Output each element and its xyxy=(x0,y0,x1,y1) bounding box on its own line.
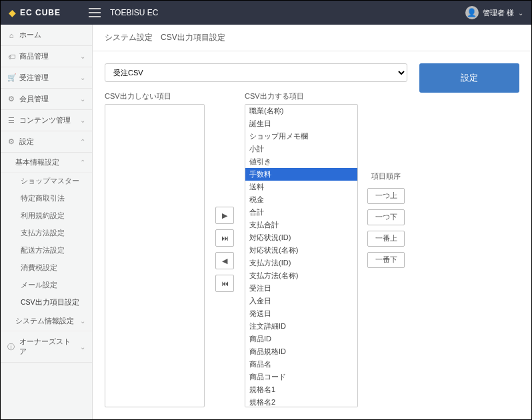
sidebar-item[interactable]: 🏷商品管理⌄ xyxy=(1,46,92,67)
sidebar-leaf[interactable]: ショップマスター xyxy=(1,173,92,190)
sidebar-item[interactable]: ⚙会員管理⌄ xyxy=(1,89,92,110)
list-item[interactable]: 入金日 xyxy=(245,295,357,307)
save-button[interactable]: 設定 xyxy=(419,63,519,93)
sidebar-leaf[interactable]: 消費税設定 xyxy=(1,259,92,277)
breadcrumb: システム設定 CSV出力項目設定 xyxy=(93,25,531,51)
list-item[interactable]: 商品ID xyxy=(245,333,357,345)
logo-text: EC CUBE xyxy=(20,8,61,17)
side-panel: 設定 xyxy=(419,63,519,407)
list-item[interactable]: 小計 xyxy=(245,143,357,155)
sidebar-item-label: ホーム xyxy=(19,30,41,40)
list-item[interactable]: 注文詳細ID xyxy=(245,320,357,333)
list-item[interactable]: 規格名2 xyxy=(245,396,357,407)
list-item[interactable]: 誕生日 xyxy=(245,117,357,130)
sidebar-leaf[interactable]: 特定商取引法 xyxy=(1,190,92,207)
chevron-icon: ⌄ xyxy=(80,117,85,124)
logo-cube-icon: ◆ xyxy=(9,7,16,18)
sidebar-item-owners[interactable]: ⓘ オーナーズストア ⌄ xyxy=(1,331,92,363)
list-item[interactable]: 発送日 xyxy=(245,307,357,320)
list-item[interactable]: 職業(名称) xyxy=(245,105,357,117)
hamburger-icon[interactable] xyxy=(89,8,101,17)
sidebar-item-label: 設定 xyxy=(19,137,34,147)
move-all-left-button[interactable]: ⏮ xyxy=(215,275,234,292)
right-list-label: CSV出力する項目 xyxy=(245,91,358,101)
order-bottom-button[interactable]: 一番下 xyxy=(367,252,405,268)
avatar-icon: 👤 xyxy=(465,6,479,19)
crumb-1: システム設定 xyxy=(105,32,153,43)
user-label: 管理者 様 xyxy=(483,8,514,18)
chevron-icon: ⌄ xyxy=(80,95,85,103)
sidebar-item[interactable]: ⌂ホーム xyxy=(1,25,92,46)
sidebar-sub-system[interactable]: システム情報設定 ⌄ xyxy=(1,311,92,331)
order-up-button[interactable]: 一つ上 xyxy=(367,188,405,204)
sidebar-item-label: オーナーズストア xyxy=(19,337,76,357)
crumb-2: CSV出力項目設定 xyxy=(161,32,225,43)
list-item[interactable]: 受注日 xyxy=(245,282,357,295)
logo: ◆ EC CUBE xyxy=(9,7,89,18)
sidebar-item-icon: 🛒 xyxy=(7,73,15,82)
sidebar-item-icon: ⚙ xyxy=(7,95,15,103)
order-down-button[interactable]: 一つ下 xyxy=(367,209,405,225)
sidebar-item-label: 受注管理 xyxy=(19,73,49,83)
list-item[interactable]: 税金 xyxy=(245,193,357,206)
sidebar-item[interactable]: ☰コンテンツ管理⌄ xyxy=(1,110,92,131)
sidebar-item-icon: ⌂ xyxy=(7,31,15,39)
main: システム設定 CSV出力項目設定 受注CSV CSV出力しない項目 xyxy=(93,25,531,419)
sidebar-item-label: 会員管理 xyxy=(19,94,49,104)
list-item[interactable]: 支払合計 xyxy=(245,219,357,231)
right-listbox[interactable]: 職業(名称)誕生日ショップ用メモ欄小計値引き手数料送料税金合計支払合計対応状況(… xyxy=(245,104,358,407)
chevron-icon: ⌄ xyxy=(80,53,85,60)
list-item[interactable]: 値引き xyxy=(245,155,357,168)
list-item[interactable]: 手数料 xyxy=(245,168,357,181)
list-item[interactable]: 支払方法(名称) xyxy=(245,269,357,282)
sidebar-leaf[interactable]: 利用規約設定 xyxy=(1,207,92,225)
sidebar-item-icon: ☰ xyxy=(7,116,15,125)
sidebar-leaf[interactable]: メール設定 xyxy=(1,277,92,294)
sidebar-item[interactable]: 🛒受注管理⌄ xyxy=(1,67,92,89)
sidebar-leaf[interactable]: 支払方法設定 xyxy=(1,225,92,242)
chevron-up-icon: ⌃ xyxy=(80,159,85,166)
sidebar-item-label: 商品管理 xyxy=(19,51,49,61)
chevron-icon: ⌄ xyxy=(80,74,85,81)
topbar: ◆ EC CUBE TOEBISU EC 👤 管理者 様 ⌄ xyxy=(1,1,531,25)
move-right-button[interactable]: ▶ xyxy=(215,207,234,224)
list-item[interactable]: 商品名 xyxy=(245,358,357,371)
info-icon: ⓘ xyxy=(7,342,15,352)
chevron-down-icon: ⌄ xyxy=(518,9,523,17)
order-title: 項目順序 xyxy=(371,171,401,181)
sidebar-sub-basic[interactable]: 基本情報設定 ⌃ xyxy=(1,153,92,173)
chevron-icon: ⌃ xyxy=(80,138,85,145)
list-item[interactable]: 合計 xyxy=(245,206,357,219)
list-item[interactable]: 商品規格ID xyxy=(245,345,357,358)
sidebar-sub-label: システム情報設定 xyxy=(15,316,74,326)
sidebar-leaf[interactable]: CSV出力項目設定 xyxy=(1,294,92,311)
sidebar-sub-label: 基本情報設定 xyxy=(15,157,59,167)
sidebar-item[interactable]: ⚙設定⌃ xyxy=(1,131,92,153)
left-list-label: CSV出力しない項目 xyxy=(105,91,205,101)
sidebar: ⌂ホーム🏷商品管理⌄🛒受注管理⌄⚙会員管理⌄☰コンテンツ管理⌄⚙設定⌃ 基本情報… xyxy=(1,25,93,419)
chevron-down-icon: ⌄ xyxy=(80,317,85,325)
list-item[interactable]: 対応状況(名称) xyxy=(245,244,357,257)
move-left-button[interactable]: ◀ xyxy=(215,252,234,269)
list-item[interactable]: 商品コード xyxy=(245,371,357,383)
list-item[interactable]: 支払方法(ID) xyxy=(245,257,357,269)
left-listbox[interactable] xyxy=(105,104,205,407)
sidebar-item-icon: 🏷 xyxy=(7,53,15,61)
user-menu[interactable]: 👤 管理者 様 ⌄ xyxy=(465,6,523,19)
shop-name: TOEBISU EC xyxy=(110,8,158,17)
sidebar-item-icon: ⚙ xyxy=(7,137,15,146)
list-item[interactable]: 対応状況(ID) xyxy=(245,231,357,244)
list-item[interactable]: ショップ用メモ欄 xyxy=(245,130,357,143)
chevron-down-icon: ⌄ xyxy=(80,343,85,351)
list-item[interactable]: 規格名1 xyxy=(245,383,357,396)
sidebar-item-label: コンテンツ管理 xyxy=(19,115,71,125)
move-all-right-button[interactable]: ⏭ xyxy=(215,229,234,247)
order-top-button[interactable]: 一番上 xyxy=(367,231,405,247)
list-item[interactable]: 送料 xyxy=(245,181,357,193)
csv-type-select[interactable]: 受注CSV xyxy=(105,63,407,82)
sidebar-leaf[interactable]: 配送方法設定 xyxy=(1,242,92,259)
